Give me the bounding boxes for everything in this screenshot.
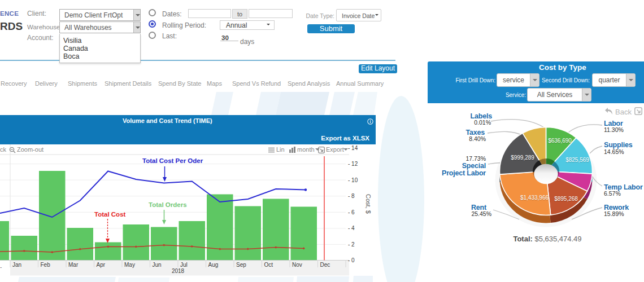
svg-text:- 0: - 0 [348,257,355,263]
svg-text:Jan: Jan [12,262,21,268]
svg-text:2018: 2018 [172,268,185,274]
svg-text:Jun: Jun [153,262,162,268]
svg-text:Dec: Dec [320,262,330,268]
svg-text:- 4: - 4 [348,225,355,231]
svg-text:Jul: Jul [180,262,188,268]
svg-text:-: - [0,264,2,270]
svg-text:Total Cost: Total Cost [94,211,126,218]
svg-text:Feb: Feb [41,262,51,268]
svg-text:- 10: - 10 [348,177,358,183]
svg-text:Total Cost Per Oder: Total Cost Per Oder [142,157,203,164]
svg-text:Aug: Aug [208,262,219,268]
svg-text:Total Orders: Total Orders [149,201,187,208]
svg-text:- 8: - 8 [348,193,355,199]
svg-text:May: May [124,262,135,268]
svg-text:Oct: Oct [264,262,273,268]
svg-text:- 14: - 14 [348,145,358,151]
svg-text:- 6: - 6 [348,209,355,215]
svg-text:- 2: - 2 [348,241,355,248]
svg-text:Apr: Apr [97,262,106,268]
svg-text:Sep: Sep [236,262,246,268]
svg-text:Mar: Mar [68,262,79,268]
svg-text:- 12: - 12 [348,161,358,167]
svg-text:Nov: Nov [292,262,302,268]
